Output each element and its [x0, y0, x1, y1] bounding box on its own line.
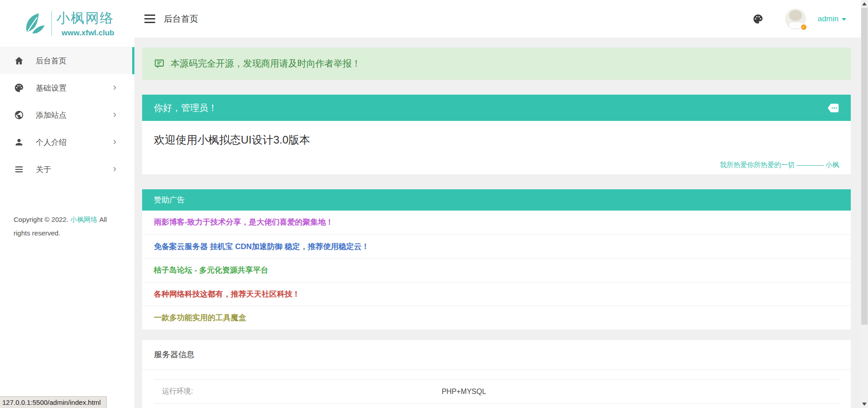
sponsor-ads-card: 赞助广告 雨影博客-致力于技术分享，是大佬们喜爱的聚集地！ 免备案云服务器 挂机…: [142, 189, 851, 330]
logo: 小枫网络 www.xfwl.club: [0, 0, 134, 47]
message-tag-icon[interactable]: [827, 103, 839, 113]
welcome-message: 欢迎使用小枫拟态UI设计3.0版本: [154, 133, 310, 147]
avatar[interactable]: ✓: [785, 9, 806, 29]
server-info-card: 服务器信息 运行环境: PHP+MYSQL: [142, 340, 851, 408]
scrollbar-thumb[interactable]: [861, 8, 868, 325]
username: admin: [818, 14, 839, 24]
sidebar-item-label: 基础设置: [36, 83, 67, 93]
scroll-up-arrow-icon[interactable]: [862, 2, 867, 5]
table-row: 运行环境: PHP+MYSQL: [154, 379, 839, 403]
chevron-right-icon: ›: [113, 110, 116, 120]
welcome-body: 欢迎使用小枫拟态UI设计3.0版本 我所热爱你所热爱的一切 ———— 小枫: [142, 121, 851, 174]
sidebar-item-label: 添加站点: [36, 110, 67, 120]
logo-divider: [51, 11, 52, 36]
ad-link[interactable]: 雨影博客-致力于技术分享，是大佬们喜爱的聚集地！: [142, 211, 851, 235]
server-info-table: 运行环境: PHP+MYSQL: [154, 379, 839, 404]
server-row-label: 运行环境:: [154, 379, 442, 403]
welcome-card: 你好，管理员！ 欢迎使用小枫拟态UI设计3.0版本 我所热爱你所热爱的一切 ——…: [142, 95, 851, 174]
caret-down-icon: [842, 18, 846, 21]
sidebar-item-label: 关于: [36, 164, 51, 175]
chevron-right-icon: ›: [113, 164, 116, 174]
home-icon: [14, 56, 24, 66]
scroll-down-arrow-icon[interactable]: [862, 403, 867, 406]
copyright-prefix: Copyright © 2022.: [14, 216, 70, 223]
verified-badge-icon: ✓: [800, 24, 807, 31]
comment-icon: [154, 58, 165, 69]
server-info-header: 服务器信息: [142, 340, 851, 370]
sidebar-item-add-site[interactable]: 添加站点 ›: [0, 101, 134, 129]
main-content: 本源码完全开源，发现商用请及时向作者举报！ 你好，管理员！ 欢迎使用小枫拟态UI…: [134, 38, 861, 408]
sidebar-item-dashboard[interactable]: 后台首页: [0, 47, 134, 74]
globe-icon: [14, 110, 24, 120]
welcome-quote: 我所热爱你所热爱的一切 ———— 小枫: [720, 161, 839, 169]
welcome-greeting: 你好，管理员！: [154, 102, 217, 114]
copyright: Copyright © 2022. 小枫网络 All rights reserv…: [14, 213, 121, 240]
leaf-icon: [20, 10, 47, 37]
person-icon: [14, 137, 24, 147]
ad-link[interactable]: 桔子岛论坛 - 多元化资源共享平台: [142, 258, 851, 282]
ads-header: 赞助广告: [142, 189, 851, 211]
status-url-tooltip: 127.0.0.1:5500/admin/index.html: [0, 396, 107, 408]
chevron-right-icon: ›: [113, 82, 116, 92]
sidebar-item-label: 个人介绍: [36, 137, 67, 148]
list-icon: [14, 164, 24, 174]
sidebar-item-basic-settings[interactable]: 基础设置 ›: [0, 74, 134, 101]
ad-link[interactable]: 各种网络科技这都有，推荐天天社区科技！: [142, 282, 851, 306]
chevron-right-icon: ›: [113, 137, 116, 147]
brand-name: 小枫网络: [57, 9, 114, 28]
vertical-scrollbar[interactable]: [861, 0, 868, 408]
palette-icon: [14, 83, 24, 93]
copyright-brand[interactable]: 小枫网络: [70, 216, 97, 223]
server-row-value: PHP+MYSQL: [442, 379, 839, 403]
sidebar: 小枫网络 www.xfwl.club 后台首页: [0, 0, 134, 408]
sidebar-item-about[interactable]: 关于 ›: [0, 156, 134, 183]
ad-link[interactable]: 免备案云服务器 挂机宝 CDN加速防御 稳定，推荐使用稳定云！: [142, 235, 851, 259]
brand-domain: www.xfwl.club: [62, 29, 114, 38]
theme-palette-icon[interactable]: [753, 14, 763, 24]
topbar: 后台首页 ✓ admin: [134, 0, 861, 38]
ads-header-label: 赞助广告: [154, 195, 185, 205]
sidebar-item-profile[interactable]: 个人介绍 ›: [0, 129, 134, 156]
open-source-alert: 本源码完全开源，发现商用请及时向作者举报！: [142, 48, 851, 80]
menu-icon[interactable]: [144, 14, 155, 23]
admin-dropdown[interactable]: admin: [818, 14, 846, 24]
page-title: 后台首页: [164, 13, 198, 25]
sidebar-nav: 后台首页 基础设置 › 添加站点 ›: [0, 47, 134, 183]
welcome-header: 你好，管理员！: [142, 95, 851, 121]
ad-link[interactable]: 一款多功能实用的工具魔盒: [142, 306, 851, 330]
sidebar-item-label: 后台首页: [36, 56, 67, 66]
alert-text: 本源码完全开源，发现商用请及时向作者举报！: [171, 58, 361, 70]
